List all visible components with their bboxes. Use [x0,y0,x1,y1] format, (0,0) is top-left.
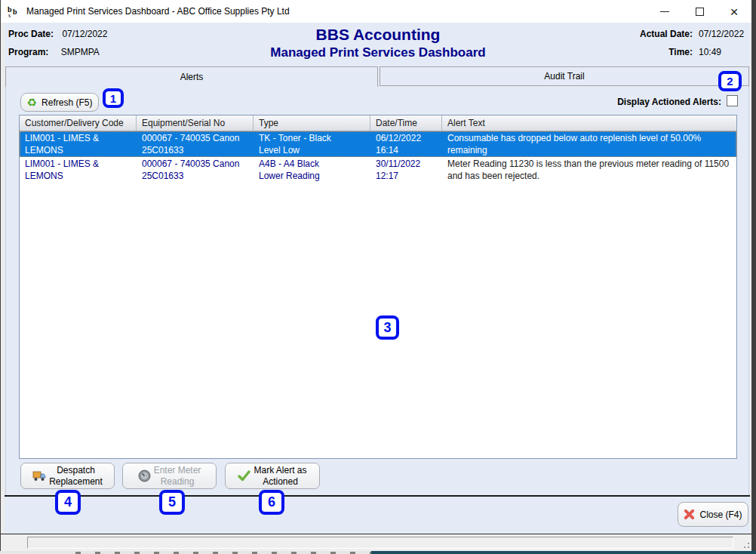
annotation-marker-3: 3 [376,315,399,340]
column-header-customer[interactable]: Customer/Delivery Code [20,115,137,131]
background-window-teal-bar [371,551,756,554]
annotation-marker-4: 4 [55,490,81,515]
display-actioned-alerts-checkbox[interactable] [727,95,738,106]
cell-alert-text: Consumable has dropped below auto replen… [442,131,736,157]
column-header-equipment[interactable]: Equipment/Serial No [137,115,254,131]
time-value: 10:49 [699,47,721,57]
red-x-icon [684,509,695,520]
time-label: Time: [668,47,693,57]
alert-time: 12:17 [376,170,439,182]
equipment-code: 000067 - 740035 Canon [142,158,250,170]
despatch-replacement-button[interactable]: Despatch Replacement [20,463,115,489]
alert-type-desc: Lower Reading [259,170,367,182]
tab-alerts[interactable]: Alerts [5,66,378,87]
table-row-selected[interactable]: LIM001 - LIMES & LEMONS LIMES & LEMONS P… [20,131,736,157]
window-controls: × [647,0,751,23]
cell-equipment: 000067 - 740035 Canon 25C01633 [137,157,254,183]
column-header-type[interactable]: Type [254,115,370,131]
equipment-code: 000067 - 740035 Canon [142,132,250,144]
cell-type: TK - Toner - Black Level Low [254,131,370,157]
alert-type-code: TK - Toner - Black [259,132,367,144]
refresh-button[interactable]: ♻ Refresh (F5) [20,93,99,112]
bottom-separator [5,495,750,497]
window-title: Managed Print Services Dashboard - ABC O… [26,6,290,17]
alert-date: 06/12/2022 [376,132,439,144]
minimize-button[interactable] [647,0,682,23]
close-f4-label: Close (F4) [699,509,742,520]
resize-grip[interactable] [741,540,750,549]
refresh-button-label: Refresh (F5) [41,97,92,108]
cell-type: A4B - A4 Black Lower Reading [254,157,370,183]
customer-name: LIMES & LEMONS PTY LTD [25,182,134,183]
mark-alert-actioned-button[interactable]: Mark Alert as Actioned [225,463,320,489]
despatch-replacement-label: Despatch Replacement [49,465,103,488]
app-logo-icon: b b s [7,5,20,18]
equipment-serial: 25C01633 [142,144,250,156]
customer-code: LIM001 - LIMES & LEMONS [25,132,134,156]
actual-date-label: Actual Date: [640,29,693,39]
tab-audit-trail[interactable]: Audit Trail [380,66,749,86]
svg-text:s: s [8,12,11,18]
time-label-wrap: Time: [581,47,693,57]
alerts-table-header: Customer/Delivery Code Equipment/Serial … [20,115,736,131]
mark-alert-actioned-label: Mark Alert as Actioned [254,465,306,488]
alert-type-desc: Level Low [259,144,367,156]
close-f4-button[interactable]: Close (F4) [678,502,748,527]
actual-date-value: 07/12/2022 [699,29,744,39]
truck-icon [32,470,46,482]
svg-text:b: b [13,8,17,16]
maximize-icon [696,8,704,16]
enter-meter-reading-button: Enter Meter Reading [122,463,217,489]
customer-code: LIM001 - LIMES & LEMONS [25,158,134,182]
table-row[interactable]: LIM001 - LIMES & LEMONS LIMES & LEMONS P… [20,157,736,183]
cell-customer: LIM001 - LIMES & LEMONS LIMES & LEMONS P… [20,157,137,183]
actual-date-label-wrap: Actual Date: [581,29,693,39]
cell-datetime: 30/11/2022 12:17 [370,157,442,183]
close-button[interactable]: × [717,0,751,23]
alert-date: 30/11/2022 [376,158,439,170]
green-check-icon [238,470,250,482]
title-bar: b b s Managed Print Services Dashboard -… [1,0,751,23]
refresh-recycle-icon: ♻ [27,97,37,108]
enter-meter-reading-label: Enter Meter Reading [154,465,201,488]
cell-alert-text: Meter Reading 11230 is less than the pre… [442,157,736,183]
cell-equipment: 000067 - 740035 Canon 25C01633 [137,131,254,157]
equipment-serial: 25C01633 [142,170,250,182]
alert-type-code: A4B - A4 Black [259,158,367,170]
alerts-table: Customer/Delivery Code Equipment/Serial … [19,115,737,459]
screenshot-root: { "window": { "title": "Managed Print Se… [0,0,756,554]
cell-datetime: 06/12/2022 16:14 [370,131,442,157]
meter-gauge-icon [138,469,151,482]
background-window-text-fragments [75,552,392,554]
status-bar-panel [27,537,733,549]
annotation-marker-1: 1 [103,88,124,108]
minimize-icon [660,11,669,12]
display-actioned-alerts-label: Display Actioned Alerts: [608,97,721,107]
maximize-button[interactable] [682,0,717,23]
close-icon: × [730,5,738,19]
annotation-marker-2: 2 [718,71,742,91]
alert-time: 16:14 [376,144,439,156]
annotation-marker-5: 5 [159,490,185,515]
column-header-datetime[interactable]: Date/Time [370,115,442,131]
annotation-marker-6: 6 [259,490,284,515]
cell-customer: LIM001 - LIMES & LEMONS LIMES & LEMONS P… [20,131,137,157]
column-header-alert-text[interactable]: Alert Text [442,115,736,131]
